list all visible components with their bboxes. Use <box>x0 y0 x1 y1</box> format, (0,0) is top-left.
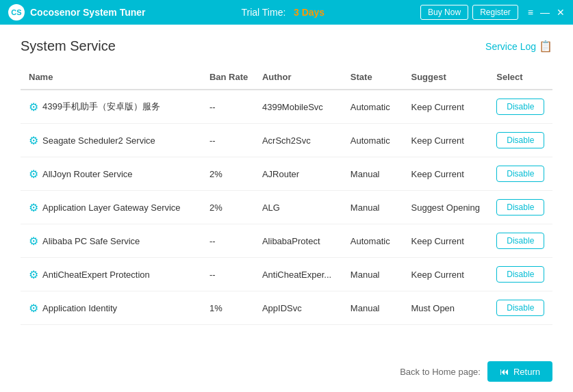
titlebar: CS Cocosenor System Tuner Trial Time: 3 … <box>0 0 573 25</box>
footer: Back to Home page: ⏮ Return <box>21 353 552 382</box>
gear-icon-4: ⚙ <box>29 235 38 248</box>
cell-select-4: Disable <box>491 224 552 258</box>
cell-state-5: Manual <box>345 258 406 291</box>
cell-ban-rate-2: 2% <box>204 157 257 191</box>
cell-select-1: Disable <box>491 124 552 157</box>
cell-suggest-2: Keep Current <box>406 157 492 191</box>
col-header-select: Select <box>491 65 552 90</box>
back-to-home-label: Back to Home page: <box>400 367 481 377</box>
app-logo: CS <box>8 4 25 21</box>
cell-name-6: ⚙ Application Identity <box>21 291 204 325</box>
cell-suggest-6: Must Open <box>406 291 492 325</box>
logo-text: CS <box>11 8 21 16</box>
cell-select-2: Disable <box>491 157 552 191</box>
col-header-name: Name <box>21 65 204 90</box>
cell-state-4: Automatic <box>345 224 406 258</box>
service-name-3: Application Layer Gateway Service <box>42 202 181 213</box>
register-button[interactable]: Register <box>472 5 518 20</box>
cell-name-1: ⚙ Seagate Scheduler2 Service <box>21 124 204 157</box>
minimize-icon[interactable]: — <box>540 7 550 18</box>
trial-info: Trial Time: 3 Days <box>242 7 325 18</box>
table-header-row: Name Ban Rate Author State Suggest Selec… <box>21 65 552 90</box>
disable-button-1[interactable]: Disable <box>496 132 544 148</box>
return-label: Return <box>513 367 540 377</box>
service-name-1: Seagate Scheduler2 Service <box>42 135 155 146</box>
service-name-5: AntiCheatExpert Protection <box>42 270 150 280</box>
cell-select-6: Disable <box>491 291 552 325</box>
cell-suggest-0: Keep Current <box>406 90 492 124</box>
table-row: ⚙ Application Identity 1% AppIDSvc Manua… <box>21 291 552 325</box>
return-icon: ⏮ <box>500 366 509 377</box>
disable-button-6[interactable]: Disable <box>496 300 544 316</box>
cell-name-4: ⚙ Alibaba PC Safe Service <box>21 224 204 258</box>
cell-author-4: AlibabaProtect <box>257 224 345 258</box>
col-header-author: Author <box>257 65 345 90</box>
menu-icon[interactable]: ≡ <box>528 7 533 18</box>
cell-suggest-4: Keep Current <box>406 224 492 258</box>
cell-state-3: Manual <box>345 191 406 224</box>
cell-author-5: AntiCheatExper... <box>257 258 345 291</box>
service-log-label: Service Log <box>485 41 536 52</box>
cell-ban-rate-1: -- <box>204 124 257 157</box>
cell-name-0: ⚙ 4399手机助手（安卓版）服务 <box>21 90 204 124</box>
cell-state-6: Manual <box>345 291 406 325</box>
gear-icon-6: ⚙ <box>29 302 38 315</box>
disable-button-5[interactable]: Disable <box>496 266 544 283</box>
service-name-2: AllJoyn Router Service <box>42 169 133 179</box>
table-row: ⚙ Seagate Scheduler2 Service -- AcrSch2S… <box>21 124 552 157</box>
table-row: ⚙ AllJoyn Router Service 2% AJRouter Man… <box>21 157 552 191</box>
service-name-6: Application Identity <box>42 303 117 313</box>
cell-suggest-5: Keep Current <box>406 258 492 291</box>
cell-state-1: Automatic <box>345 124 406 157</box>
cell-suggest-1: Keep Current <box>406 124 492 157</box>
gear-icon-3: ⚙ <box>29 201 38 214</box>
buy-now-button[interactable]: Buy Now <box>420 5 468 20</box>
col-header-state: State <box>345 65 406 90</box>
table-row: ⚙ Alibaba PC Safe Service -- AlibabaProt… <box>21 224 552 258</box>
return-button[interactable]: ⏮ Return <box>487 361 552 382</box>
disable-button-4[interactable]: Disable <box>496 233 544 249</box>
cell-select-5: Disable <box>491 258 552 291</box>
gear-icon-2: ⚙ <box>29 168 38 181</box>
page-header: System Service Service Log 📋 <box>21 38 552 54</box>
service-name-0: 4399手机助手（安卓版）服务 <box>42 101 160 113</box>
cell-suggest-3: Suggest Opening <box>406 191 492 224</box>
cell-author-2: AJRouter <box>257 157 345 191</box>
cell-author-1: AcrSch2Svc <box>257 124 345 157</box>
cell-state-2: Manual <box>345 157 406 191</box>
cell-select-3: Disable <box>491 191 552 224</box>
cell-author-3: ALG <box>257 191 345 224</box>
service-name-4: Alibaba PC Safe Service <box>42 236 140 246</box>
cell-ban-rate-4: -- <box>204 224 257 258</box>
page-title: System Service <box>21 38 116 54</box>
gear-icon-5: ⚙ <box>29 268 38 281</box>
log-icon: 📋 <box>539 40 552 53</box>
table-row: ⚙ AntiCheatExpert Protection -- AntiChea… <box>21 258 552 291</box>
app-branding: CS Cocosenor System Tuner <box>8 4 146 21</box>
disable-button-3[interactable]: Disable <box>496 199 544 215</box>
cell-name-2: ⚙ AllJoyn Router Service <box>21 157 204 191</box>
main-content: System Service Service Log 📋 Name Ban Ra… <box>0 25 573 392</box>
trial-label: Trial Time: <box>242 7 286 18</box>
table-row: ⚙ 4399手机助手（安卓版）服务 -- 4399MobileSvc Autom… <box>21 90 552 124</box>
cell-ban-rate-5: -- <box>204 258 257 291</box>
cell-state-0: Automatic <box>345 90 406 124</box>
col-header-ban-rate: Ban Rate <box>204 65 257 90</box>
window-controls: ≡ — ✕ <box>528 7 565 18</box>
service-log-button[interactable]: Service Log 📋 <box>485 40 552 53</box>
cell-author-0: 4399MobileSvc <box>257 90 345 124</box>
service-table: Name Ban Rate Author State Suggest Selec… <box>21 65 552 325</box>
cell-ban-rate-3: 2% <box>204 191 257 224</box>
close-icon[interactable]: ✕ <box>557 7 565 18</box>
cell-select-0: Disable <box>491 90 552 124</box>
table-row: ⚙ Application Layer Gateway Service 2% A… <box>21 191 552 224</box>
service-table-container: Name Ban Rate Author State Suggest Selec… <box>21 65 552 353</box>
titlebar-right: Buy Now Register ≡ — ✕ <box>420 5 565 20</box>
cell-author-6: AppIDSvc <box>257 291 345 325</box>
trial-value: 3 Days <box>294 7 324 18</box>
cell-ban-rate-0: -- <box>204 90 257 124</box>
disable-button-0[interactable]: Disable <box>496 99 544 115</box>
disable-button-2[interactable]: Disable <box>496 166 544 182</box>
gear-icon-1: ⚙ <box>29 134 38 147</box>
cell-name-3: ⚙ Application Layer Gateway Service <box>21 191 204 224</box>
